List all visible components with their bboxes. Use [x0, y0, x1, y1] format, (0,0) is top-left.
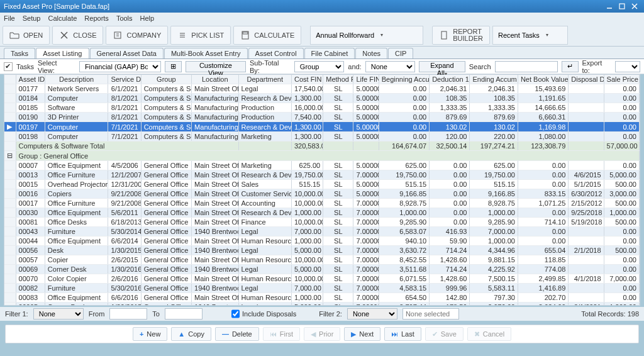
filter1-select[interactable]: None	[33, 308, 84, 320]
col-header[interactable]: Location	[192, 75, 238, 84]
report-builder-button[interactable]: REPORT BUILDER	[432, 26, 490, 45]
folder-open-icon	[9, 30, 19, 40]
recent-tasks-dropdown[interactable]: Recent Tasks	[492, 26, 568, 45]
col-header[interactable]: Group	[141, 75, 191, 84]
last-button[interactable]: ⏭Last	[384, 327, 421, 341]
customize-view-button[interactable]: Customize View	[186, 61, 246, 72]
table-row[interactable]: 00069Corner Desk1/30/2016General Office1…	[4, 265, 640, 274]
tabstrip: Tasks Asset Listing General Asset Data M…	[0, 47, 644, 59]
tasks-label[interactable]: Tasks	[16, 63, 34, 70]
menu-help[interactable]: Help	[140, 14, 155, 22]
picklist-button[interactable]: PICK LIST	[170, 26, 231, 45]
book-select[interactable]: Financial (GAAP) Book	[79, 61, 161, 72]
table-row[interactable]: 00083Office Equipment6/6/2016General Off…	[4, 293, 640, 303]
include-disposals-checkbox[interactable]: Include Disposals	[231, 308, 296, 320]
menu-tools[interactable]: Tools	[116, 14, 133, 22]
new-button[interactable]: +New	[133, 327, 167, 341]
search-input[interactable]	[495, 61, 558, 72]
tab-tasks[interactable]: Tasks	[4, 48, 35, 58]
delete-button[interactable]: —Delete	[215, 327, 259, 341]
menu-reports[interactable]: Reports	[84, 14, 109, 22]
to-label: To	[152, 310, 160, 318]
col-header[interactable]: Method FIN	[323, 75, 353, 84]
rollforward-dropdown[interactable]: Annual Rollforward	[310, 26, 423, 45]
company-button[interactable]: COMPANY	[106, 26, 168, 45]
col-header[interactable]: Sale Price	[604, 75, 639, 84]
tab-notes[interactable]: Notes	[355, 48, 387, 58]
from-input[interactable]	[109, 308, 147, 320]
table-row[interactable]: 00043Furniture5/30/2014General Office194…	[4, 227, 640, 236]
grouping-select[interactable]: Group	[294, 61, 344, 72]
table-row[interactable]: ▶ 00197Computer7/1/2021Computers & Softw…	[4, 122, 640, 132]
tab-cip[interactable]: CIP	[388, 48, 413, 58]
cancel-button[interactable]: ✖Cancel	[467, 327, 511, 341]
open-button[interactable]: OPEN	[3, 26, 50, 45]
expand-all-button[interactable]: Expand All	[419, 61, 465, 72]
export-select[interactable]	[615, 61, 640, 72]
table-row[interactable]: 001903D Printer8/1/2021Computers & Softw…	[4, 113, 640, 122]
grouping2-select[interactable]: None	[365, 61, 415, 72]
table-row[interactable]: 00184Computer8/1/2021Computers & Softwar…	[4, 94, 640, 103]
close-button-tool[interactable]: CLOSE	[52, 26, 103, 45]
filter2-select[interactable]: None	[347, 308, 397, 320]
table-row[interactable]: 00057Copier2/6/2015General OfficeMain St…	[4, 255, 640, 265]
table-row[interactable]: 00095Corner Desk1/30/2017General Office1…	[4, 303, 640, 306]
tab-multi-book[interactable]: Multi-Book Asset Entry	[164, 48, 248, 58]
table-row[interactable]: 00007Office Equipment4/5/2006General Off…	[4, 161, 640, 170]
col-header[interactable]: Ending Accum FIN	[470, 75, 518, 84]
window-buttons	[604, 2, 640, 11]
maximize-button[interactable]	[616, 2, 628, 11]
to-input[interactable]	[165, 308, 203, 320]
menu-file[interactable]: File	[4, 14, 15, 22]
filter2-label: Filter 2:	[319, 310, 342, 318]
table-row[interactable]: 00082Furniture5/30/2016General Office194…	[4, 284, 640, 293]
table-row[interactable]: 00013Office Furniture12/1/2007General Of…	[4, 170, 640, 180]
next-button[interactable]: ▶Next	[344, 327, 380, 341]
search-go-button[interactable]: ↵	[562, 61, 579, 72]
table-row[interactable]: 00198Computer7/1/2021Computers & Softwar…	[4, 132, 640, 142]
copy-button[interactable]: ▲Copy	[171, 327, 211, 341]
tab-file-cabinet[interactable]: File Cabinet	[304, 48, 355, 58]
col-header[interactable]: Department	[238, 75, 291, 84]
minimize-button[interactable]	[604, 2, 615, 11]
menu-setup[interactable]: Setup	[23, 14, 41, 22]
table-row[interactable]: 00070Color Copier2/6/2016General OfficeM…	[4, 274, 640, 284]
col-header[interactable]: Asset ID	[16, 75, 45, 84]
toolbar: OPEN CLOSE COMPANY PICK LIST CALCULATE A…	[0, 24, 644, 47]
table-row[interactable]: 00017Office Furniture9/21/2008General Of…	[4, 199, 640, 208]
col-header[interactable]: Description	[45, 75, 108, 84]
first-button[interactable]: ⏮First	[263, 327, 300, 341]
menu-calculate[interactable]: Calculate	[48, 14, 77, 22]
col-header[interactable]: Life FIN	[353, 75, 379, 84]
table-row[interactable]: 00177Network Servers6/1/2021Computers & …	[4, 84, 640, 94]
col-header[interactable]: Deduction 1 FIN	[430, 75, 470, 84]
company-icon	[113, 30, 123, 40]
table-row[interactable]: 00030Office Equipment5/6/2011General Off…	[4, 208, 640, 218]
col-header[interactable]: Disposal Date	[569, 75, 604, 84]
prior-button[interactable]: ◀Prior	[304, 327, 340, 341]
table-row[interactable]: 00016Copiers9/21/2008General OfficeMain …	[4, 189, 640, 199]
table-row[interactable]: 00056Desk1/30/2015General Office1940 Bre…	[4, 246, 640, 255]
table-row[interactable]: 00015Overhead Projector12/31/2007General…	[4, 180, 640, 189]
asset-grid[interactable]: Asset IDDescriptionService DateGroupLoca…	[4, 74, 640, 306]
checkmark-icon[interactable]: ✔	[4, 62, 13, 71]
col-header[interactable]: Beginning Accum FIN	[379, 75, 429, 84]
save-button[interactable]: ✔Save	[425, 327, 464, 341]
svg-rect-14	[441, 31, 447, 39]
close-button[interactable]	[629, 2, 640, 11]
window-title: Fixed Asset Pro [Sample Data.fap]	[4, 3, 604, 10]
table-row[interactable]: 00185Software8/1/2021Computers & Softwar…	[4, 103, 640, 113]
table-row[interactable]: 00044Office Equipment6/6/2014General Off…	[4, 236, 640, 246]
calculate-button[interactable]: CALCULATE	[233, 26, 301, 45]
col-header[interactable]: Net Book Value FIN	[518, 75, 568, 84]
group-header-row[interactable]: ⊟Group : General Office	[4, 151, 640, 161]
col-header[interactable]: Cost FIN	[291, 75, 323, 84]
tab-asset-listing[interactable]: Asset Listing	[36, 48, 89, 58]
tab-asset-control[interactable]: Asset Control	[248, 48, 304, 58]
filter2-value[interactable]	[402, 308, 459, 320]
menubar: File Setup Calculate Reports Tools Help	[0, 13, 644, 24]
tab-general-asset-data[interactable]: General Asset Data	[90, 48, 164, 58]
table-row[interactable]: 00081Office Desks6/18/2013General Office…	[4, 218, 640, 227]
grid-icon-button[interactable]: ⊞	[165, 61, 182, 72]
col-header[interactable]: Service Date	[108, 75, 141, 84]
